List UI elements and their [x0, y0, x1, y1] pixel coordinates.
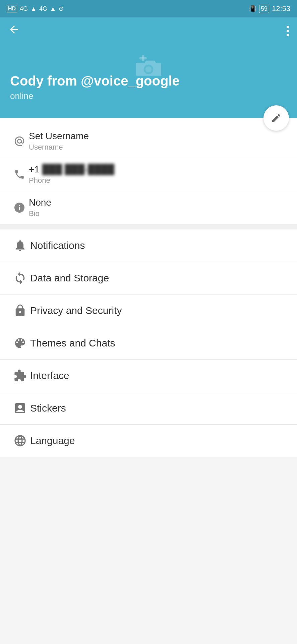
data-storage-item[interactable]: Data and Storage — [0, 262, 297, 294]
status-bar-right: 📳 59 12:53 — [249, 4, 290, 13]
phone-label: Phone — [29, 176, 287, 185]
username-label: Username — [29, 143, 287, 152]
themes-icon — [10, 336, 30, 350]
bio-content: None Bio — [29, 197, 287, 218]
themes-item[interactable]: Themes and Chats — [0, 327, 297, 360]
privacy-icon — [10, 304, 30, 317]
more-menu-button[interactable] — [287, 26, 289, 36]
settings-section: Notifications Data and Storage Privacy a… — [0, 229, 297, 457]
status-bar-left: HD 4G ▲ 4G ▲ ⊙ — [7, 5, 64, 12]
notifications-item[interactable]: Notifications — [0, 229, 297, 262]
stickers-item[interactable]: Stickers — [0, 392, 297, 425]
bio-item[interactable]: None Bio — [0, 191, 297, 224]
privacy-label: Privacy and Security — [30, 305, 122, 316]
language-item[interactable]: Language — [0, 425, 297, 457]
top-nav — [0, 17, 297, 44]
at-icon — [10, 136, 29, 147]
back-button[interactable] — [8, 23, 20, 38]
time-display: 12:53 — [272, 4, 290, 13]
svg-point-3 — [145, 66, 152, 72]
username-item[interactable]: Set Username Username — [0, 125, 297, 158]
bio-label: Bio — [29, 209, 287, 218]
battery-indicator: 59 — [259, 5, 269, 13]
status-bar: HD 4G ▲ 4G ▲ ⊙ 📳 59 12:53 — [0, 0, 297, 17]
themes-label: Themes and Chats — [30, 337, 115, 349]
dot-3 — [287, 34, 289, 36]
language-label: Language — [30, 435, 75, 446]
dot-1 — [287, 26, 289, 28]
wifi-icon: ⊙ — [59, 5, 64, 12]
notifications-label: Notifications — [30, 240, 85, 251]
phone-value: +1 ███ ███-████ — [29, 164, 287, 175]
username-value: Set Username — [29, 131, 287, 142]
signal-bars-2: ▲ — [50, 5, 56, 12]
profile-status: online — [10, 91, 33, 101]
privacy-item[interactable]: Privacy and Security — [0, 294, 297, 327]
info-icon — [10, 202, 29, 214]
add-photo-container[interactable] — [133, 51, 164, 81]
phone-icon — [10, 169, 29, 180]
username-content: Set Username Username — [29, 131, 287, 152]
signal-bars-1: ▲ — [31, 5, 37, 12]
dot-2 — [287, 30, 289, 32]
interface-icon — [10, 369, 30, 382]
edit-profile-button[interactable] — [263, 105, 289, 131]
phone-blurred: ███ ███-████ — [42, 164, 114, 175]
interface-item[interactable]: Interface — [0, 360, 297, 392]
data-storage-label: Data and Storage — [30, 272, 109, 284]
stickers-label: Stickers — [30, 402, 66, 414]
phone-content: +1 ███ ███-████ Phone — [29, 164, 287, 185]
hd-indicator: HD — [7, 5, 17, 12]
language-icon — [10, 434, 30, 447]
signal-4g-2: 4G — [39, 5, 47, 12]
bio-value: None — [29, 197, 287, 208]
notifications-icon — [10, 239, 30, 252]
profile-header: Cody from @voice_google online — [0, 44, 297, 118]
stickers-icon — [10, 401, 30, 415]
data-storage-icon — [10, 271, 30, 285]
interface-label: Interface — [30, 370, 69, 381]
vibrate-icon: 📳 — [249, 5, 256, 12]
svg-rect-1 — [139, 57, 147, 59]
profile-info-section: Set Username Username +1 ███ ███-████ Ph… — [0, 118, 297, 224]
section-divider — [0, 224, 297, 229]
phone-item[interactable]: +1 ███ ███-████ Phone — [0, 158, 297, 191]
signal-4g-1: 4G — [20, 5, 28, 12]
